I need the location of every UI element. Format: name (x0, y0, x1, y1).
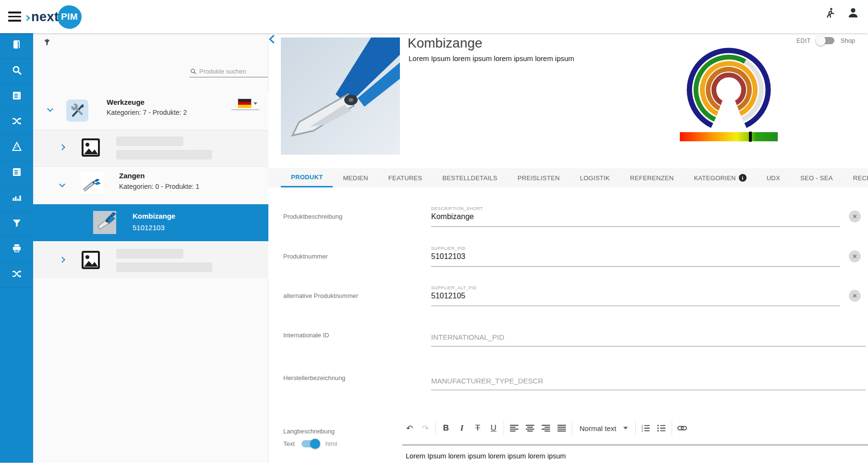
page-subtitle: Lorem Ipsum lorem ipsum lorem ipsum lore… (409, 54, 574, 62)
detail-tabs: PRODUKT MEDIEN FEATURES BESTELLDETAILS P… (268, 168, 868, 187)
chevron-down-icon[interactable] (47, 106, 53, 112)
tab-referenzen[interactable]: REFERENZEN (620, 168, 684, 187)
mode-html-label: html (326, 440, 338, 447)
italic-icon[interactable]: I (456, 421, 468, 435)
tree-row-zangen[interactable]: Zangen Kategorien: 0 - Produkte: 1 (33, 167, 268, 204)
clear-field-button[interactable] (849, 250, 861, 262)
tab-medien[interactable]: MEDIEN (333, 168, 378, 187)
tree-row-loading[interactable] (33, 130, 268, 166)
align-center-icon[interactable] (524, 421, 536, 435)
sidebar-item-print[interactable] (0, 237, 33, 262)
bold-icon[interactable]: B (440, 421, 452, 435)
skeleton-bar (116, 262, 212, 272)
sidebar-item-filter[interactable] (0, 211, 33, 237)
tab-features[interactable]: FEATURES (378, 168, 433, 187)
field-label: Produktnummer (283, 253, 327, 260)
product-number: 51012103 (133, 223, 165, 232)
search-icon (11, 64, 23, 78)
sidebar-item-statistics[interactable] (0, 186, 33, 211)
field-label: Internationale ID (283, 332, 329, 339)
product-search (190, 68, 268, 77)
skeleton-bar (116, 150, 212, 160)
field-supplier-pid[interactable]: SUPPLIER_PID 51012103 (431, 246, 840, 267)
text-html-toggle[interactable] (301, 440, 319, 447)
sidebar-item-datasheets[interactable] (0, 160, 33, 186)
list-icon (11, 166, 23, 180)
chevron-right-icon[interactable] (59, 144, 65, 150)
underline-icon[interactable]: U (488, 421, 499, 435)
sidebar-item-search[interactable] (0, 59, 33, 84)
chevron-right-icon[interactable] (59, 257, 65, 263)
align-justify-icon[interactable] (556, 421, 567, 435)
printer-icon (11, 243, 23, 256)
info-icon (739, 174, 747, 182)
skeleton-bar (116, 249, 183, 259)
brand-logo: next PIM (25, 5, 82, 29)
format-dropdown[interactable]: Normal text (577, 424, 631, 432)
field-value[interactable]: Kombizange (431, 212, 840, 226)
field-value[interactable]: 51012103 (431, 252, 840, 266)
field-key: SUPPLIER_ALT_PID (431, 285, 840, 291)
field-description-short[interactable]: DESCRIPTION_SHORT Kombizange (431, 206, 840, 227)
shuffle-icon (11, 115, 23, 129)
sidebar-item-workflow[interactable] (0, 110, 33, 135)
editor-content[interactable]: Lorem Ipsum lorem ipsum lorem ipsum lore… (406, 452, 566, 460)
language-selector[interactable] (231, 99, 259, 110)
toolbar-separator (504, 421, 504, 435)
tree-row-loading[interactable] (33, 243, 268, 278)
clear-field-button[interactable] (849, 210, 861, 222)
triangle-ruler-icon (11, 141, 23, 154)
tab-kategorien[interactable]: KATEGORIEN (684, 168, 756, 187)
align-left-icon[interactable] (508, 421, 520, 435)
tab-preislisten[interactable]: PREISLISTEN (507, 168, 570, 187)
chevron-down-icon[interactable] (59, 181, 65, 187)
image-placeholder-icon (80, 137, 101, 158)
app-window: next PIM (0, 0, 868, 469)
sidebar-item-catalog[interactable] (0, 33, 33, 59)
search-input[interactable] (199, 68, 264, 75)
running-user-icon[interactable] (824, 7, 836, 19)
menu-icon[interactable] (8, 12, 21, 22)
shuffle-icon (11, 268, 23, 282)
skeleton-bar (116, 136, 183, 146)
brand-pim-badge: PIM (58, 5, 82, 29)
ordered-list-icon[interactable]: 123 (640, 421, 651, 435)
link-icon[interactable] (676, 421, 688, 435)
sidebar-item-exchange[interactable] (0, 262, 33, 288)
editor-mode-toggle-group: Text html (283, 440, 337, 447)
shop-label: Shop (841, 37, 855, 44)
field-label: alternative Produktnummer (283, 292, 358, 299)
strikethrough-icon[interactable]: T (472, 421, 483, 435)
tree-row-werkzeuge[interactable]: Werkzeuge Kategorien: 7 - Produkte: 2 (33, 91, 268, 130)
tree-row-kombizange-selected[interactable]: Kombizange 51012103 (33, 204, 268, 241)
tab-udx[interactable]: UDX (757, 168, 790, 187)
tab-logistik[interactable]: LOGISTIK (570, 168, 620, 187)
brand-chevron-icon (24, 15, 30, 21)
svg-text:3: 3 (641, 430, 643, 432)
book-icon (11, 39, 23, 52)
tab-bestelldetails[interactable]: BESTELLDETAILS (433, 168, 508, 187)
mode-text-label: Text (283, 440, 295, 447)
account-icon[interactable] (847, 7, 859, 19)
redo-icon[interactable]: ↷ (420, 421, 431, 435)
undo-icon[interactable]: ↶ (404, 421, 415, 435)
clear-field-button[interactable] (849, 290, 861, 302)
tab-seo-sea[interactable]: SEO - SEA (790, 168, 843, 187)
sidebar-item-lists[interactable] (0, 84, 33, 110)
german-flag-icon (238, 99, 251, 108)
toolbar-separator (435, 421, 436, 435)
toolbar-separator (635, 421, 636, 435)
field-value[interactable]: 51012105 (431, 291, 840, 306)
collapse-panel-icon[interactable] (269, 35, 277, 43)
field-international-pid[interactable]: INTERNATIONAL_PID (431, 325, 866, 346)
bullet-list-icon[interactable] (656, 421, 667, 435)
edit-shop-toggle[interactable] (817, 37, 834, 44)
sidebar-item-quality[interactable] (0, 135, 33, 160)
align-right-icon[interactable] (540, 421, 552, 435)
tab-recht[interactable]: RECHT (843, 168, 868, 187)
field-supplier-alt-pid[interactable]: SUPPLIER_ALT_PID 51012105 (431, 285, 840, 306)
field-manufacturer-type-descr[interactable]: MANUFACTURER_TYPE_DESCR (431, 369, 866, 390)
tree-filter-icon[interactable] (42, 38, 52, 48)
filter-icon (11, 217, 23, 231)
tab-produkt[interactable]: PRODUKT (281, 168, 333, 187)
